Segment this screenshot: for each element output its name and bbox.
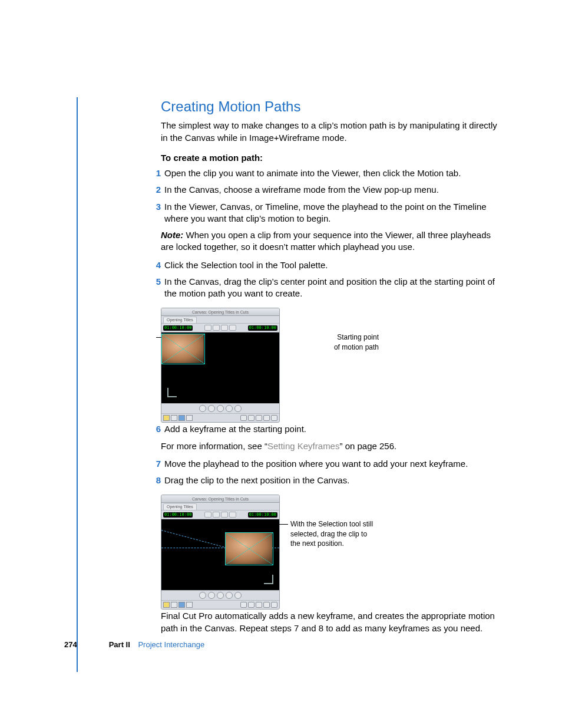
step-text: Add a keyframe at the starting point. [164,423,503,435]
procedure-lead: To create a motion path: [161,152,503,164]
canvas-viewport [161,332,279,403]
xref-post: ” on page 256. [339,441,396,451]
note-label: Note: [161,230,183,240]
motion-path-line-2 [161,530,230,549]
safe-marker-left [167,388,177,397]
step-text: In the Canvas, drag the clip’s center po… [164,276,503,300]
step-text: In the Viewer, Canvas, or Timeline, move… [164,201,503,225]
figure-1-wrap: Starting point of motion path Canvas: Op… [161,308,503,413]
wireframe-box [225,532,273,565]
step-text: Drag the clip to the next position in th… [164,475,503,486]
canvas-viewport [161,519,279,590]
part-label: Part II [109,640,130,649]
view-buttons [204,325,236,331]
page-number: 274 [64,640,77,650]
part-title: Project Interchange [138,640,204,649]
xref-pre: For more information, see “ [161,441,267,451]
step-5: 5 In the Canvas, drag the clip’s center … [161,276,503,300]
step-3: 3 In the Viewer, Canvas, or Timeline, mo… [161,201,503,225]
step-text: Open the clip you want to animate into t… [164,167,503,179]
transport-bar [161,403,279,413]
figure-1-canvas-window: Canvas: Opening Titles in Cuts Opening T… [161,308,280,423]
step-number: 4 [150,259,164,271]
step-number: 2 [150,184,164,196]
step-text: Move the playhead to the position where … [164,458,503,470]
tab-bar: Opening Titles [161,503,279,510]
step-number: 3 [150,201,164,225]
section-heading: Creating Motion Paths [161,97,503,116]
timecode-right: 01:00:10:00 [248,325,277,331]
window-titlebar: Canvas: Opening Titles in Cuts [161,308,279,316]
step-number: 1 [150,167,164,179]
timecode-left: 01:00:10:00 [163,325,193,331]
sequence-tab: Opening Titles [163,503,197,510]
closing-paragraph: Final Cut Pro automatically adds a new k… [161,610,503,634]
window-titlebar: Canvas: Opening Titles in Cuts [161,495,279,503]
canvas-toolbar: 01:00:10:00 01:00:10:00 [161,510,279,519]
tab-bar: Opening Titles [161,316,279,324]
view-buttons [204,512,236,518]
note-block: Note: When you open a clip from your seq… [161,229,503,253]
sequence-tab: Opening Titles [163,317,197,323]
step-8: 8 Drag the clip to the next position in … [161,475,503,486]
step-number: 5 [150,276,164,300]
timecode-left: 01:00:10:00 [163,512,193,518]
figure-1-callout: Starting point of motion path [320,332,379,351]
step-2: 2 In the Canvas, choose a wireframe mode… [161,184,503,196]
edit-overlay-bar [161,413,279,422]
step-7: 7 Move the playhead to the position wher… [161,458,503,470]
step-number: 6 [150,423,164,435]
step-text: Click the Selection tool in the Tool pal… [164,259,503,271]
step-6: 6 Add a keyframe at the starting point. [161,423,503,435]
figure-2-canvas-window: Canvas: Opening Titles in Cuts Opening T… [161,495,280,610]
edit-overlay-bar [161,600,279,609]
step-text: In the Canvas, choose a wireframe mode f… [164,184,503,196]
step-4: 4 Click the Selection tool in the Tool p… [161,259,503,271]
page-footer: 274 Part II Project Interchange [64,640,500,650]
step-1: 1 Open the clip you want to animate into… [161,167,503,179]
left-rule [77,97,78,672]
intro-paragraph: The simplest way to make changes to a cl… [161,120,503,144]
callout-line-1: Starting point [320,332,379,342]
step-number: 8 [150,475,164,486]
canvas-toolbar: 01:00:10:00 01:00:10:00 [161,324,279,332]
transport-bar [161,590,279,600]
note-body: When you open a clip from your sequence … [161,230,491,252]
safe-marker-right [264,575,273,584]
body-column: Creating Motion Paths The simplest way t… [161,97,503,634]
callout-line-2: of motion path [320,342,379,352]
timecode-right: 01:00:10:00 [248,512,277,518]
step-6-sub: For more information, see “Setting Keyfr… [161,440,503,452]
xref-link[interactable]: Setting Keyframes [267,441,340,451]
figure-2-wrap: Canvas: Opening Titles in Cuts Opening T… [161,495,503,599]
figure-2-callout: With the Selection tool still selected, … [290,519,379,548]
step-number: 7 [150,458,164,470]
callout-connector [273,524,288,525]
wireframe-box [161,334,205,364]
